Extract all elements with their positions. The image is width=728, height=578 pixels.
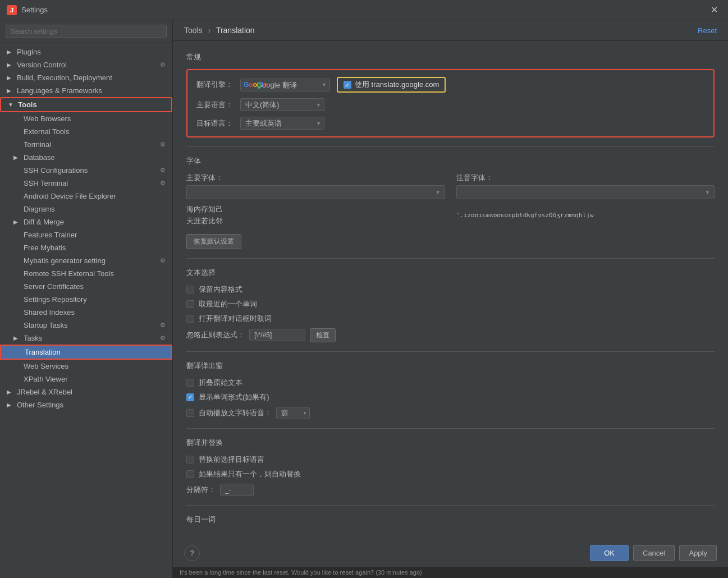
sidebar-label: Build, Execution, Deployment: [17, 74, 112, 82]
sidebar-item-web-browsers[interactable]: Web Browsers: [0, 112, 172, 125]
main-content: Tools › Translation Reset 常规 翻译引擎： Googl…: [173, 20, 728, 578]
target-lang-label: 目标语言：: [196, 118, 236, 129]
expand-arrow: ▶: [7, 62, 15, 68]
translate-replace-title: 翻译并替换: [186, 438, 715, 448]
notice-text: It's been a long time since the last res…: [180, 569, 422, 576]
sidebar-item-android[interactable]: Android Device File Explorer: [0, 190, 172, 203]
sidebar-item-shared-indexes[interactable]: Shared Indexes: [0, 306, 172, 319]
sidebar-item-terminal[interactable]: Terminal ⚙: [0, 138, 172, 151]
engine-select-wrapper: Google 翻译 Youdao 翻译 Google: [240, 79, 330, 91]
restore-defaults-button[interactable]: 恢复默认设置: [186, 234, 241, 249]
auto-play-select[interactable]: 源 目标 两者: [276, 407, 310, 419]
sidebar-item-tasks[interactable]: ▶ Tasks ⚙: [0, 332, 172, 345]
checkbox-take-word-on-open[interactable]: [186, 315, 194, 323]
general-section: 翻译引擎： Google 翻译 Youdao 翻译 Google: [186, 69, 715, 137]
translate-popup-section: 折叠原始文本 显示单词形式(如果有) 自动播放文字转语音： 源 目标: [186, 378, 715, 419]
google-checkbox[interactable]: ✓: [344, 81, 351, 89]
sidebar-item-free-mybatis[interactable]: Free Mybatis: [0, 241, 172, 254]
separator-input[interactable]: [220, 484, 254, 496]
sidebar-label: Remote SSH External Tools: [24, 269, 114, 278]
expand-arrow: ▶: [7, 389, 15, 395]
checkbox-auto-replace-single[interactable]: [186, 470, 194, 478]
sidebar-label: Diagrams: [24, 205, 55, 213]
checkbox-label: 折叠原始文本: [199, 378, 242, 388]
sidebar-item-external-tools[interactable]: External Tools: [0, 125, 172, 138]
reset-button[interactable]: Reset: [698, 26, 717, 35]
sidebar-label: Plugins: [17, 48, 41, 56]
sidebar-item-remote-ssh[interactable]: Remote SSH External Tools: [0, 267, 172, 280]
sidebar-label: SSH Configurations: [24, 166, 88, 175]
sidebar-label: XPath Viewer: [24, 375, 68, 383]
primary-lang-row: 主要语言： 中文(简体) 中文(繁体) English: [196, 98, 704, 111]
sidebar-item-jrebel[interactable]: ▶ JRebel & XRebel: [0, 386, 172, 398]
sidebar-label: External Tools: [24, 127, 69, 136]
sidebar-item-build[interactable]: ▶ Build, Execution, Deployment: [0, 71, 172, 84]
sidebar-item-ssh-configurations[interactable]: SSH Configurations ⚙: [0, 164, 172, 177]
expand-arrow: ▼: [8, 102, 16, 108]
target-lang-select[interactable]: 主要或英语 中文(简体): [240, 117, 324, 130]
word-of-day-title: 每日一词: [186, 515, 715, 525]
sidebar-item-features-trainer[interactable]: Features Trainer: [0, 228, 172, 241]
checkbox-select-target-before[interactable]: [186, 456, 194, 464]
checkbox-take-last-word[interactable]: [186, 300, 194, 308]
preview-line2: 天涯若比邻: [186, 215, 445, 227]
auto-play-label: 自动播放文字转语音：: [199, 408, 272, 418]
sidebar-item-plugins[interactable]: ▶ Plugins: [0, 45, 172, 58]
sidebar-item-server-certificates[interactable]: Server Certificates: [0, 280, 172, 293]
sidebar-item-version-control[interactable]: ▶ Version Control ⚙: [0, 58, 172, 71]
checkbox-label: 显示单词形式(如果有): [199, 392, 269, 402]
expand-arrow: ▶: [13, 219, 21, 225]
sidebar-label: Shared Indexes: [24, 308, 75, 316]
sidebar-label: Languages & Frameworks: [17, 86, 102, 95]
notice-bar: It's been a long time since the last res…: [173, 567, 728, 578]
sidebar-item-translation[interactable]: Translation: [0, 345, 172, 360]
checkbox-fold-original[interactable]: [186, 379, 194, 387]
phonetic-font-select-wrapper: [456, 185, 715, 199]
sidebar-item-diff-merge[interactable]: ▶ Diff & Merge: [0, 215, 172, 228]
sidebar-item-settings-repository[interactable]: Settings Repository: [0, 293, 172, 306]
expand-arrow: ▶: [13, 335, 21, 341]
ignore-regex-row: 忽略正则表达式： 检查: [186, 328, 715, 342]
font-preview-left: 海内存知己 天涯若比邻: [186, 204, 445, 227]
checkbox-label: 如果结果只有一个，则自动替换: [199, 469, 301, 479]
primary-lang-select[interactable]: 中文(简体) 中文(繁体) English: [240, 98, 324, 111]
close-button[interactable]: ✕: [707, 3, 721, 16]
search-input[interactable]: [6, 25, 167, 38]
sidebar-item-diagrams[interactable]: Diagrams: [0, 203, 172, 215]
sidebar-label: Settings Repository: [24, 295, 87, 304]
sidebar-label: Features Trainer: [24, 231, 77, 239]
help-button[interactable]: ?: [184, 545, 200, 561]
preview-line1: 海内存知己: [186, 204, 445, 215]
engine-select[interactable]: Google 翻译 Youdao 翻译: [240, 79, 330, 91]
sidebar-label: Android Device File Explorer: [24, 192, 116, 200]
font-preview-row: 海内存知己 天涯若比邻 '.ɪzɑʊɪɛæʌʊʊɛɑɛpbtdkgfvsz0ðʒ…: [186, 204, 715, 227]
ok-button[interactable]: OK: [590, 545, 629, 561]
sidebar-item-startup-tasks[interactable]: Startup Tasks ⚙: [0, 319, 172, 332]
sidebar-item-other-settings[interactable]: ▶ Other Settings: [0, 398, 172, 411]
checkbox-auto-play[interactable]: [186, 409, 194, 417]
sidebar-item-tools[interactable]: ▼ Tools: [0, 97, 172, 112]
checkbox-show-word-form[interactable]: [186, 393, 194, 401]
sidebar-item-languages[interactable]: ▶ Languages & Frameworks: [0, 84, 172, 97]
text-selection-title: 文本选择: [186, 268, 715, 278]
sidebar-item-database[interactable]: ▶ Database: [0, 151, 172, 164]
check-regex-button[interactable]: 检查: [310, 328, 336, 342]
primary-font-select[interactable]: [186, 185, 445, 199]
general-section-title: 常规: [186, 52, 715, 62]
sidebar-label: Terminal: [24, 140, 51, 149]
ignore-regex-input[interactable]: [249, 329, 305, 341]
sidebar: ▶ Plugins ▶ Version Control ⚙ ▶ Build, E…: [0, 20, 173, 578]
sidebar-item-xpath-viewer[interactable]: XPath Viewer: [0, 373, 172, 386]
sidebar-label: SSH Terminal: [24, 179, 68, 187]
apply-button[interactable]: Apply: [679, 545, 717, 561]
sidebar-label: Diff & Merge: [24, 218, 64, 226]
cancel-button[interactable]: Cancel: [633, 545, 675, 561]
sidebar-item-ssh-terminal[interactable]: SSH Terminal ⚙: [0, 177, 172, 190]
checkbox-row-take-last-word: 取最近的一个单词: [186, 299, 715, 309]
phonetic-font-select[interactable]: [456, 185, 715, 199]
checkbox-keep-format[interactable]: [186, 286, 194, 293]
sidebar-item-web-services[interactable]: Web Services: [0, 360, 172, 373]
sidebar-item-mybatis-generator[interactable]: Mybatis generator setting ⚙: [0, 254, 172, 267]
badge: ⚙: [160, 257, 166, 264]
breadcrumb-current: Translation: [216, 26, 255, 35]
